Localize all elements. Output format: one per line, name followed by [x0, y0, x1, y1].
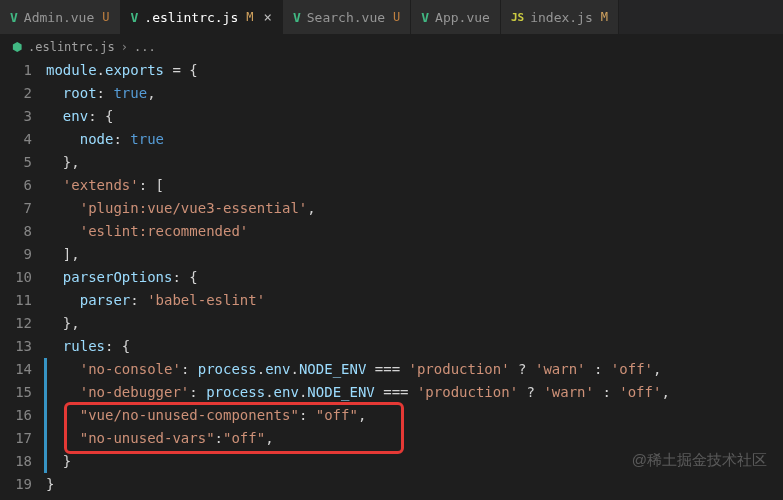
- tab-search-vue[interactable]: V Search.vue U: [283, 0, 411, 34]
- code-token: ,: [653, 361, 661, 377]
- code-token: env: [265, 361, 290, 377]
- code-token: env: [63, 108, 88, 124]
- code-token: :: [181, 361, 198, 377]
- code-token: : {: [88, 108, 113, 124]
- code-token: ,: [661, 384, 669, 400]
- code-token: process: [206, 384, 265, 400]
- code-token: ,: [147, 85, 155, 101]
- code-token: 'plugin:vue/vue3-essential': [80, 200, 308, 216]
- code-token: "off": [316, 407, 358, 423]
- code-token: NODE_ENV: [299, 361, 366, 377]
- tab-label: index.js: [530, 10, 593, 25]
- code-token: 'babel-eslint': [147, 292, 265, 308]
- code-token: exports: [105, 62, 164, 78]
- tab-label: Admin.vue: [24, 10, 94, 25]
- close-icon[interactable]: ×: [264, 9, 272, 25]
- code-area[interactable]: module.exports = { root: true, env: { no…: [46, 59, 783, 496]
- code-token: 'off': [611, 361, 653, 377]
- watermark: @稀土掘金技术社区: [632, 451, 767, 470]
- code-token: ,: [358, 407, 366, 423]
- tab-eslintrc[interactable]: V .eslintrc.js M ×: [121, 0, 283, 34]
- js-icon: JS: [511, 11, 524, 24]
- code-token: 'warn': [543, 384, 594, 400]
- code-token: "no-unused-vars": [80, 430, 215, 446]
- editor-tabs: V Admin.vue U V .eslintrc.js M × V Searc…: [0, 0, 783, 35]
- tab-app-vue[interactable]: V App.vue: [411, 0, 501, 34]
- code-token: :: [113, 131, 130, 147]
- code-token: :: [215, 430, 223, 446]
- code-token: :: [594, 384, 619, 400]
- code-token: ?: [510, 361, 535, 377]
- code-token: .: [290, 361, 298, 377]
- code-token: ===: [366, 361, 408, 377]
- code-token: :: [189, 384, 206, 400]
- code-token: 'no-console': [80, 361, 181, 377]
- code-editor[interactable]: 1234 5678 9101112 13141516 171819 module…: [0, 59, 783, 496]
- code-token: rules: [63, 338, 105, 354]
- vue-icon: V: [421, 10, 429, 25]
- code-token: module: [46, 62, 97, 78]
- code-token: ,: [307, 200, 315, 216]
- code-token: process: [198, 361, 257, 377]
- tab-label: Search.vue: [307, 10, 385, 25]
- code-token: .: [97, 62, 105, 78]
- tab-label: App.vue: [435, 10, 490, 25]
- tab-label: .eslintrc.js: [144, 10, 238, 25]
- code-token: NODE_ENV: [307, 384, 374, 400]
- vue-icon: V: [131, 10, 139, 25]
- vue-icon: V: [10, 10, 18, 25]
- code-token: node: [80, 131, 114, 147]
- code-token: 'production': [409, 361, 510, 377]
- code-token: true: [113, 85, 147, 101]
- code-token: :: [299, 407, 316, 423]
- code-token: parser: [80, 292, 131, 308]
- code-token: :: [130, 292, 147, 308]
- tab-status: U: [102, 10, 109, 24]
- code-token: .: [257, 361, 265, 377]
- tab-index-js[interactable]: JS index.js M: [501, 0, 619, 34]
- breadcrumb: ⬢ .eslintrc.js › ...: [0, 35, 783, 59]
- code-token: "vue/no-unused-components": [80, 407, 299, 423]
- code-token: }: [63, 453, 71, 469]
- code-token: 'production': [417, 384, 518, 400]
- code-token: "off": [223, 430, 265, 446]
- code-token: ],: [63, 246, 80, 262]
- code-token: :: [97, 85, 114, 101]
- breadcrumb-file[interactable]: .eslintrc.js: [28, 40, 115, 54]
- code-token: = {: [164, 62, 198, 78]
- line-gutter: 1234 5678 9101112 13141516 171819: [0, 59, 46, 496]
- code-token: 'warn': [535, 361, 586, 377]
- code-token: ===: [375, 384, 417, 400]
- tab-admin-vue[interactable]: V Admin.vue U: [0, 0, 121, 34]
- code-token: : {: [172, 269, 197, 285]
- chevron-right-icon: ›: [121, 40, 128, 54]
- code-token: :: [586, 361, 611, 377]
- code-token: 'no-debugger': [80, 384, 190, 400]
- code-token: },: [63, 154, 80, 170]
- code-token: 'eslint:recommended': [80, 223, 249, 239]
- code-token: 'extends': [63, 177, 139, 193]
- code-token: root: [63, 85, 97, 101]
- code-token: env: [274, 384, 299, 400]
- code-token: true: [130, 131, 164, 147]
- code-token: ,: [265, 430, 273, 446]
- tab-status: M: [246, 10, 253, 24]
- vue-icon: V: [293, 10, 301, 25]
- tab-status: U: [393, 10, 400, 24]
- code-token: }: [46, 476, 54, 492]
- vue-icon: ⬢: [12, 40, 22, 54]
- code-token: ?: [518, 384, 543, 400]
- code-token: },: [63, 315, 80, 331]
- code-token: : {: [105, 338, 130, 354]
- code-token: parserOptions: [63, 269, 173, 285]
- tab-status: M: [601, 10, 608, 24]
- code-token: : [: [139, 177, 164, 193]
- code-token: 'off': [619, 384, 661, 400]
- code-token: .: [265, 384, 273, 400]
- breadcrumb-trail: ...: [134, 40, 156, 54]
